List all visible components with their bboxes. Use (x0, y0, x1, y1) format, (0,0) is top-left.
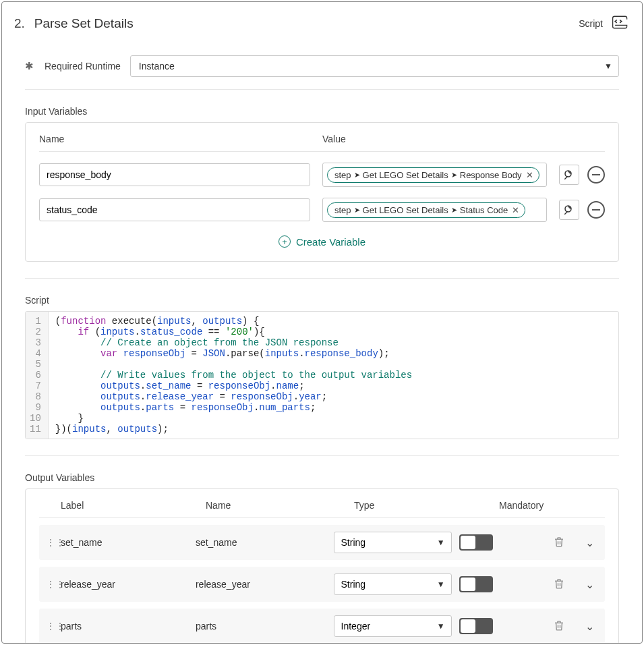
arrow-icon: ➤ (354, 206, 360, 215)
input-var-value[interactable]: step ➤ Get LEGO Set Details ➤ Status Cod… (322, 198, 547, 222)
col-header-name: Name (39, 134, 322, 144)
data-picker-button[interactable] (559, 200, 579, 220)
output-var-label: release_year (61, 579, 196, 590)
input-var-name[interactable] (39, 163, 310, 186)
drag-handle-icon[interactable]: ⋮⋮ (46, 537, 61, 548)
page-title: Parse Set Details (34, 16, 134, 31)
data-pill[interactable]: step ➤ Get LEGO Set Details ➤ Response B… (327, 167, 539, 183)
runtime-label: Required Runtime (45, 61, 121, 72)
output-var-row: ⋮⋮ set_name set_name String ▼ ⌄ (39, 525, 605, 560)
mandatory-toggle[interactable] (459, 534, 493, 551)
output-var-label: parts (61, 621, 196, 632)
output-variables-card: Label Name Type Mandatory ⋮⋮ set_name se… (25, 488, 619, 643)
pill-remove-icon[interactable]: ✕ (526, 170, 533, 180)
input-variables-card: Name Value step ➤ Get LEGO Set Details ➤… (25, 122, 619, 262)
arrow-icon: ➤ (451, 171, 457, 179)
drag-handle-icon[interactable]: ⋮⋮ (46, 579, 61, 590)
chevron-down-icon[interactable]: ⌄ (581, 536, 598, 549)
col-header-mandatory: Mandatory (499, 500, 605, 511)
mandatory-toggle[interactable] (459, 576, 493, 592)
trash-icon[interactable] (553, 536, 565, 550)
output-var-label: set_name (61, 537, 196, 548)
arrow-icon: ➤ (451, 206, 457, 215)
drag-handle-icon[interactable]: ⋮⋮ (46, 621, 61, 632)
remove-row-button[interactable] (587, 166, 605, 184)
type-select[interactable]: Integer (334, 615, 452, 637)
required-icon: ✱ (25, 60, 34, 72)
input-var-name[interactable] (39, 198, 310, 221)
output-var-name: parts (196, 621, 334, 632)
step-panel: 2. Parse Set Details Script ✱ Required R… (1, 1, 643, 644)
output-variables-label: Output Variables (25, 472, 619, 483)
title-row: 2. Parse Set Details Script (2, 2, 642, 42)
line-gutter: 1234567891011 (26, 312, 49, 439)
create-input-variable[interactable]: + Create Variable (39, 235, 605, 248)
script-section-label: Script (25, 295, 619, 306)
input-var-row: step ➤ Get LEGO Set Details ➤ Status Cod… (39, 198, 605, 222)
output-var-row: ⋮⋮ parts parts Integer ▼ ⌄ (39, 609, 605, 643)
output-var-name: release_year (196, 579, 334, 590)
col-header-name: Name (206, 500, 354, 511)
type-select[interactable]: String (334, 573, 452, 595)
script-editor[interactable]: 1234567891011 (function execute(inputs, … (25, 311, 619, 439)
runtime-select[interactable]: Instance (130, 55, 619, 77)
pill-remove-icon[interactable]: ✕ (512, 205, 519, 215)
input-var-row: step ➤ Get LEGO Set Details ➤ Response B… (39, 163, 605, 187)
mandatory-toggle[interactable] (459, 618, 493, 634)
trash-icon[interactable] (553, 578, 565, 592)
plus-circle-icon: + (279, 235, 291, 248)
script-icon[interactable] (611, 13, 630, 34)
data-pill[interactable]: step ➤ Get LEGO Set Details ➤ Status Cod… (327, 202, 525, 218)
data-picker-button[interactable] (559, 165, 579, 185)
col-header-value: Value (322, 134, 605, 144)
output-var-row: ⋮⋮ release_year release_year String ▼ (39, 567, 605, 602)
chevron-down-icon[interactable]: ⌄ (581, 620, 598, 633)
type-select[interactable]: String (334, 532, 452, 553)
output-var-name: set_name (196, 537, 334, 548)
col-header-type: Type (354, 500, 499, 511)
trash-icon[interactable] (553, 619, 565, 634)
input-variables-label: Input Variables (25, 106, 619, 117)
chevron-down-icon[interactable]: ⌄ (581, 578, 598, 591)
arrow-icon: ➤ (354, 171, 360, 179)
code-content[interactable]: (function execute(inputs, outputs) { if … (49, 312, 419, 439)
remove-row-button[interactable] (587, 201, 605, 219)
col-header-label: Label (61, 500, 206, 511)
input-var-value[interactable]: step ➤ Get LEGO Set Details ➤ Response B… (322, 163, 547, 187)
runtime-row: ✱ Required Runtime Instance ▼ (25, 42, 619, 90)
script-link[interactable]: Script (579, 18, 603, 29)
step-number: 2. (14, 16, 25, 31)
